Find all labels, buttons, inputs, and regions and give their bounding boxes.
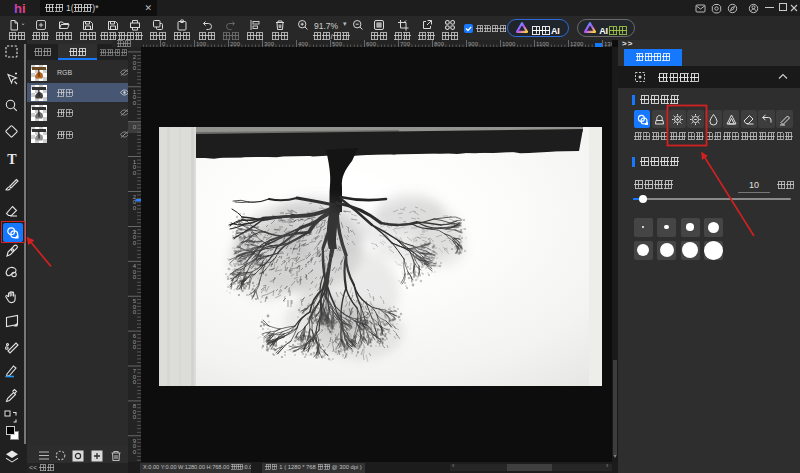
svg-text:1300: 1300: [604, 41, 612, 47]
svg-text:hi: hi: [14, 1, 26, 15]
svg-text:T: T: [7, 152, 17, 167]
